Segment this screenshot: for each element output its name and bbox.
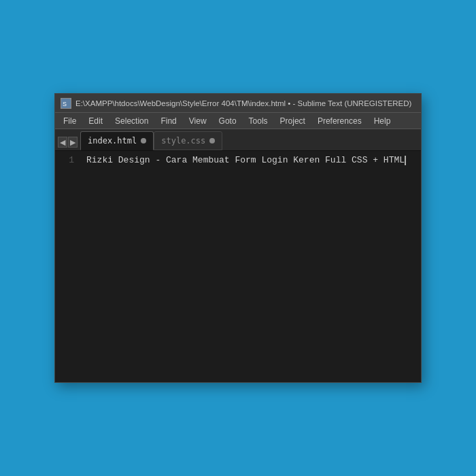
tab-index-html-dot [141, 138, 146, 143]
tab-prev-arrow[interactable]: ◀ [58, 137, 67, 148]
code-area[interactable]: Rizki Design - Cara Membuat Form Login K… [81, 151, 421, 382]
menu-edit[interactable]: Edit [83, 115, 108, 127]
menu-project[interactable]: Project [275, 115, 311, 127]
line-number-1: 1 [61, 155, 74, 165]
tab-nav: ◀ ▶ [58, 137, 78, 148]
app-icon: S [61, 98, 71, 109]
window-title: E:\XAMPP\htdocs\WebDesign\Style\Error 40… [75, 99, 411, 107]
tab-style-css-dot [209, 138, 215, 143]
editor-content: 1 Rizki Design - Cara Membuat Form Login… [55, 151, 421, 382]
line-numbers: 1 [55, 151, 81, 382]
title-bar: S E:\XAMPP\htdocs\WebDesign\Style\Error … [55, 94, 421, 113]
menu-preferences[interactable]: Preferences [312, 115, 367, 127]
tab-index-html[interactable]: index.html [80, 131, 154, 150]
tab-index-html-label: index.html [88, 136, 137, 146]
editor-window: S E:\XAMPP\htdocs\WebDesign\Style\Error … [54, 93, 422, 383]
menu-selection[interactable]: Selection [109, 115, 154, 127]
code-line-1: Rizki Design - Cara Membuat Form Login K… [86, 155, 405, 165]
menu-bar: File Edit Selection Find View Goto Tools… [55, 113, 421, 129]
tab-style-css-label: style.css [161, 136, 205, 146]
menu-goto[interactable]: Goto [214, 115, 242, 127]
menu-file[interactable]: File [58, 115, 82, 127]
tab-next-arrow[interactable]: ▶ [68, 137, 78, 148]
tab-bar: ◀ ▶ index.html style.css [55, 129, 421, 151]
menu-find[interactable]: Find [155, 115, 182, 127]
tab-style-css[interactable]: style.css [154, 131, 222, 150]
menu-help[interactable]: Help [369, 115, 396, 127]
svg-text:S: S [63, 101, 67, 107]
text-cursor [405, 156, 406, 165]
menu-tools[interactable]: Tools [243, 115, 273, 127]
menu-view[interactable]: View [184, 115, 212, 127]
